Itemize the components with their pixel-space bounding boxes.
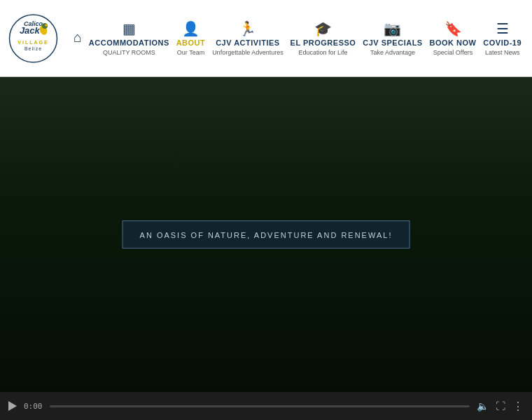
more-options-icon[interactable]: ⋮ — [512, 400, 524, 413]
site-header: Calico Jack's VILLAGE Belize ⌂ ▦ ACCOMMO… — [0, 0, 532, 77]
book-now-label: BOOK NOW — [430, 38, 477, 48]
nav-accommodations[interactable]: ▦ ACCOMMODATIONS QUALITY ROOMS — [86, 20, 172, 55]
menu-icon: ☰ — [496, 20, 509, 37]
el-progresso-label: EL PROGRESSO — [290, 38, 356, 48]
nav-el-progresso[interactable]: 🎓 EL PROGRESSO Education for Life — [288, 20, 359, 55]
building-icon: ▦ — [122, 20, 136, 37]
graduation-icon: 🎓 — [314, 20, 332, 37]
progress-bar[interactable] — [50, 405, 470, 407]
book-now-sublabel: Special Offers — [433, 49, 472, 56]
cjv-specials-sublabel: Take Advantage — [370, 49, 415, 56]
about-label: ABOUT — [176, 38, 206, 48]
volume-icon[interactable]: 🔈 — [477, 400, 489, 412]
nav-covid19[interactable]: ☰ COVID-19 Latest News — [480, 20, 524, 55]
nav-home[interactable]: ⌂ — [71, 29, 85, 47]
activities-icon: 🏃 — [239, 20, 256, 37]
bookmark-icon: 🔖 — [444, 20, 462, 37]
video-controls-bar: 0:00 🔈 ⛶ ⋮ — [0, 392, 532, 420]
nav-cjv-activities[interactable]: 🏃 CJV ACTIVITIES Unforgettable Adventure… — [209, 20, 286, 55]
person-icon: 👤 — [182, 20, 200, 37]
main-nav: ⌂ ▦ ACCOMMODATIONS QUALITY ROOMS 👤 ABOUT… — [70, 0, 525, 76]
accommodations-label: ACCOMMODATIONS — [89, 38, 169, 48]
logo[interactable]: Calico Jack's VILLAGE Belize — [7, 10, 70, 66]
time-display: 0:00 — [24, 402, 43, 411]
svg-text:VILLAGE: VILLAGE — [18, 40, 48, 45]
play-button[interactable] — [8, 401, 17, 411]
cjv-activities-label: CJV ACTIVITIES — [216, 38, 280, 48]
accommodations-sublabel: QUALITY ROOMS — [103, 49, 155, 56]
nav-book-now[interactable]: 🔖 BOOK NOW Special Offers — [427, 20, 479, 55]
camera-icon: 📷 — [384, 20, 401, 37]
nav-about[interactable]: 👤 ABOUT Our Team — [174, 20, 209, 55]
el-progresso-sublabel: Education for Life — [298, 49, 347, 56]
fullscreen-icon[interactable]: ⛶ — [496, 400, 505, 412]
hero-video-area: AN OASIS OF NATURE, ADVENTURE AND RENEWA… — [0, 77, 532, 420]
covid19-sublabel: Latest News — [485, 49, 520, 56]
tagline-text: AN OASIS OF NATURE, ADVENTURE AND RENEWA… — [140, 231, 393, 239]
svg-text:Belize: Belize — [24, 46, 42, 51]
svg-point-5 — [45, 24, 48, 26]
nav-cjv-specials[interactable]: 📷 CJV SPECIALS Take Advantage — [360, 20, 425, 55]
covid19-label: COVID-19 — [483, 38, 522, 48]
cjv-specials-label: CJV SPECIALS — [363, 38, 422, 48]
cjv-activities-sublabel: Unforgettable Adventures — [212, 49, 284, 56]
about-sublabel: Our Team — [177, 49, 204, 56]
home-icon: ⌂ — [74, 29, 82, 46]
tagline-box: AN OASIS OF NATURE, ADVENTURE AND RENEWA… — [122, 220, 410, 248]
